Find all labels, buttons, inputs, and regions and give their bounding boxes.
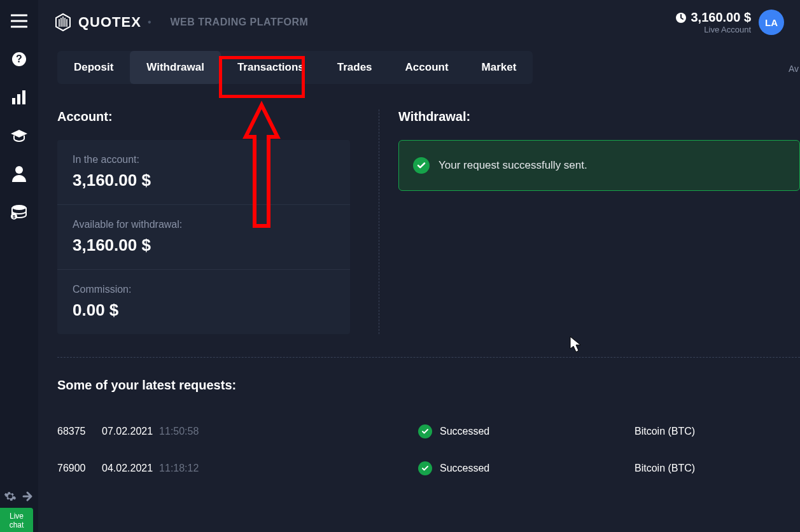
latest-requests-title: Some of your latest requests: (57, 378, 800, 393)
tabs: Deposit Withdrawal Transactions Trades A… (57, 51, 533, 84)
coins-icon[interactable]: $ (10, 202, 29, 221)
request-status: Successed (440, 463, 489, 474)
tab-trades[interactable]: Trades (321, 51, 389, 84)
request-row[interactable]: 76900 04.02.202111:18:12 Successed Bitco… (57, 450, 800, 487)
success-status-icon (418, 424, 432, 438)
svg-point-5 (15, 166, 23, 174)
request-time: 11:18:12 (159, 463, 199, 473)
info-row-commission: Commission: 0.00 $ (57, 270, 350, 334)
main-content: Deposit Withdrawal Transactions Trades A… (57, 51, 800, 532)
education-icon[interactable] (10, 126, 29, 145)
request-currency: Bitcoin (BTC) (635, 426, 800, 437)
expand-icon[interactable] (22, 490, 34, 503)
help-icon[interactable]: ? (10, 50, 29, 69)
divider (57, 357, 800, 358)
brand-name: QUOTEX (78, 14, 141, 31)
chart-icon[interactable] (10, 88, 29, 107)
account-section-title: Account: (57, 109, 350, 124)
info-value: 0.00 $ (73, 300, 335, 320)
user-icon[interactable] (10, 164, 29, 183)
svg-point-6 (12, 205, 26, 210)
success-status-icon (418, 461, 432, 475)
topbar: QUOTEX • WEB TRADING PLATFORM 3,160.00 $… (38, 0, 800, 45)
request-status: Successed (440, 426, 489, 437)
settings-icon[interactable] (4, 490, 17, 503)
account-info-card: In the account: 3,160.00 $ Available for… (57, 140, 350, 334)
svg-rect-2 (12, 98, 15, 104)
request-id: 68375 (57, 426, 102, 437)
info-value: 3,160.00 $ (73, 171, 335, 190)
tab-withdrawal[interactable]: Withdrawal (130, 51, 221, 84)
check-icon (413, 157, 430, 174)
success-message-box: Your request successfully sent. (398, 140, 800, 191)
success-text: Your request successfully sent. (439, 159, 587, 172)
request-id: 76900 (57, 463, 102, 474)
svg-text:?: ? (16, 53, 22, 64)
info-label: In the account: (73, 154, 335, 165)
live-chat-button[interactable]: Live chat (0, 508, 33, 532)
svg-rect-4 (22, 90, 25, 104)
svg-text:$: $ (13, 214, 15, 220)
tab-deposit[interactable]: Deposit (57, 51, 130, 84)
withdrawal-section-title: Withdrawal: (398, 109, 800, 124)
menu-icon[interactable] (10, 11, 29, 31)
tab-transactions[interactable]: Transactions (221, 51, 321, 84)
request-time: 11:50:58 (159, 426, 199, 437)
request-date: 07.02.2021 (102, 426, 153, 437)
svg-rect-3 (17, 94, 20, 104)
balance-display[interactable]: 3,160.00 $ Live Account (675, 10, 751, 34)
info-row-available: Available for withdrawal: 3,160.00 $ (57, 205, 350, 270)
account-type: Live Account (675, 25, 751, 34)
request-row[interactable]: 68375 07.02.202111:50:58 Successed Bitco… (57, 413, 800, 450)
info-row-in-account: In the account: 3,160.00 $ (57, 140, 350, 205)
tab-account[interactable]: Account (389, 51, 465, 84)
info-value: 3,160.00 $ (73, 235, 335, 255)
logo[interactable]: QUOTEX (54, 13, 141, 32)
info-label: Commission: (73, 284, 335, 295)
balance-amount: 3,160.00 $ (691, 10, 751, 25)
avatar[interactable]: LA (759, 10, 784, 35)
request-date: 04.02.2021 (102, 463, 153, 473)
info-label: Available for withdrawal: (73, 219, 335, 230)
request-currency: Bitcoin (BTC) (635, 463, 800, 474)
brand-tagline: WEB TRADING PLATFORM (171, 17, 309, 28)
sidebar: ? $ Live chat (0, 0, 38, 532)
tab-market[interactable]: Market (465, 51, 533, 84)
clock-icon (675, 12, 687, 24)
